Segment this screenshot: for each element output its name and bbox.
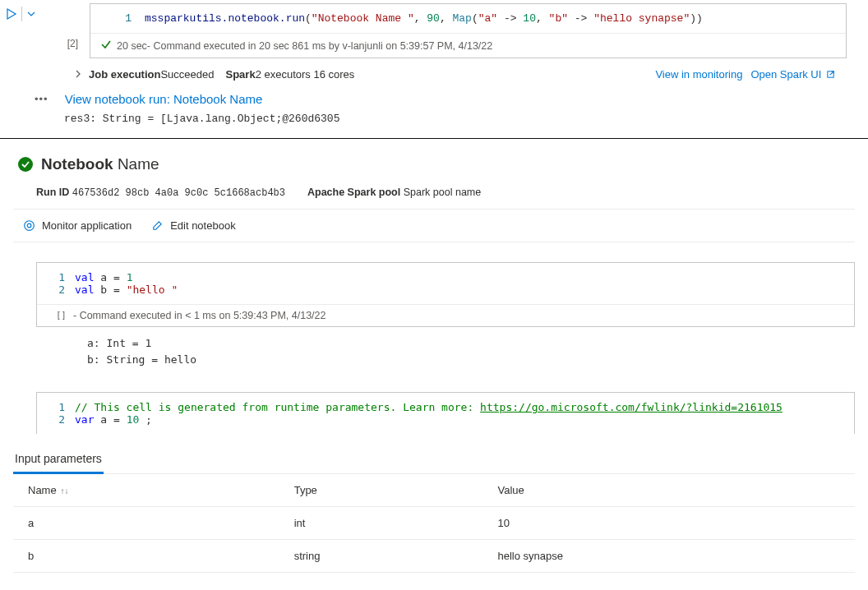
- line-number: 1: [90, 12, 145, 25]
- spark-detail: 2 executors 16 cores: [256, 68, 355, 81]
- sort-icon[interactable]: ↑↓: [58, 486, 69, 496]
- chevron-right-icon[interactable]: [74, 68, 82, 81]
- svg-line-2: [830, 71, 834, 76]
- status-success-icon: [18, 157, 33, 172]
- spark-pool-value: Spark pool name: [404, 187, 482, 198]
- monitor-application-button[interactable]: Monitor application: [23, 219, 132, 232]
- divider: [13, 209, 855, 210]
- spark-pool-label: Apache Spark pool: [307, 187, 400, 198]
- result-output: res3: String = [Ljava.lang.Object;@260d6…: [0, 109, 868, 135]
- edit-notebook-button[interactable]: Edit notebook: [151, 219, 236, 232]
- code-cell[interactable]: 1 2 val a = 1 val b = "hello " [ ] - Com…: [36, 262, 855, 327]
- code-line[interactable]: val a = 1: [75, 271, 178, 283]
- svg-marker-0: [7, 9, 16, 19]
- table-row[interactable]: a int 10: [13, 507, 855, 540]
- code-line[interactable]: var a = 10 ;: [75, 413, 783, 426]
- code-line[interactable]: // This cell is generated from runtime p…: [75, 401, 783, 413]
- col-type[interactable]: Type: [279, 474, 483, 507]
- cell-exec-count: [ ]: [37, 310, 73, 321]
- line-number: 2: [37, 283, 65, 296]
- svg-point-4: [27, 224, 31, 228]
- success-icon: [100, 39, 112, 53]
- notebook-title: Notebook Name: [41, 155, 159, 173]
- job-status: Succeeded: [160, 68, 214, 81]
- divider: [21, 7, 22, 21]
- code-cell[interactable]: 1 2 // This cell is generated from runti…: [36, 392, 855, 434]
- run-dropdown-button[interactable]: [25, 8, 37, 20]
- run-cell-button[interactable]: [5, 7, 18, 21]
- open-spark-ui-link[interactable]: Open Spark UI: [750, 68, 835, 81]
- view-monitoring-link[interactable]: View in monitoring: [655, 68, 742, 81]
- cell-output: a: Int = 1 b: String = hello: [36, 327, 855, 367]
- section-divider: [0, 138, 868, 139]
- line-number: 1: [37, 271, 65, 283]
- exec-detail: - Command executed in < 1 ms on 5:39:43 …: [73, 310, 326, 321]
- table-row[interactable]: b string hello synapse: [13, 540, 855, 573]
- spark-label: Spark: [225, 68, 255, 81]
- line-number: 2: [37, 413, 65, 426]
- params-table: Name ↑↓ Type Value a int 10 b string hel…: [13, 474, 855, 573]
- code-line[interactable]: mssparkutils.notebook.run("Notebook Name…: [145, 12, 846, 25]
- code-cell[interactable]: 1 mssparkutils.notebook.run("Notebook Na…: [90, 3, 847, 58]
- runid-label: Run ID: [36, 187, 69, 198]
- cell-exec-count: [2]: [45, 38, 78, 49]
- divider: [13, 242, 855, 242]
- more-icon[interactable]: •••: [35, 93, 48, 105]
- col-name[interactable]: Name ↑↓: [13, 474, 279, 507]
- svg-point-3: [25, 221, 35, 231]
- runid-value: 467536d2 98cb 4a0a 9c0c 5c1668acb4b3: [72, 187, 285, 199]
- job-exec-label: Job execution: [89, 68, 160, 81]
- view-notebook-run-link[interactable]: View notebook run: Notebook Name: [65, 92, 263, 106]
- exec-detail: - Command executed in 20 sec 861 ms by v…: [147, 40, 492, 52]
- col-value[interactable]: Value: [483, 474, 855, 507]
- line-number: 1: [37, 401, 65, 413]
- tab-input-parameters[interactable]: Input parameters: [13, 447, 104, 474]
- exec-duration: 20 sec: [117, 40, 147, 52]
- code-line[interactable]: val b = "hello ": [75, 283, 178, 296]
